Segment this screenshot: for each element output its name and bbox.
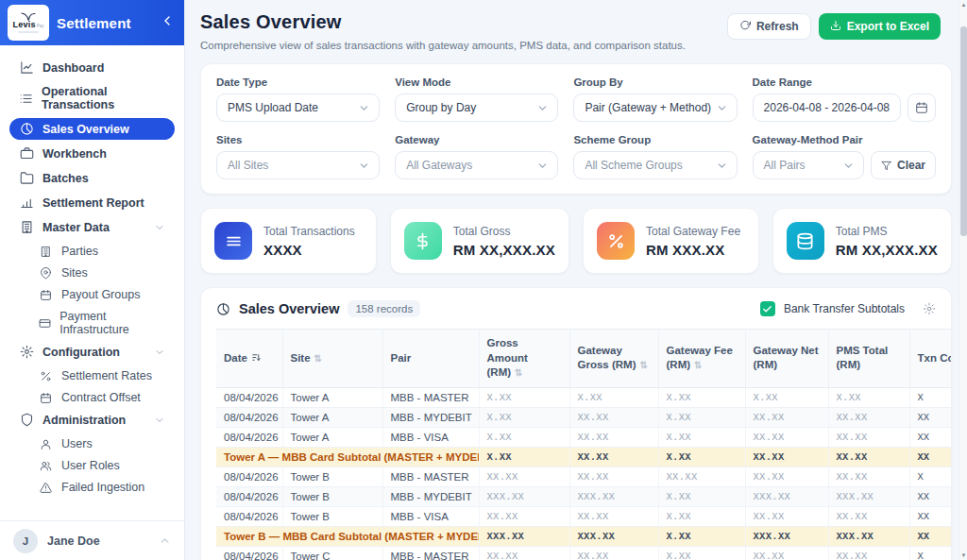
sites-select[interactable]: All Sites [216,151,380,179]
sidebar-item-dashboard[interactable]: Dashboard [9,57,175,78]
gateway-method-pair-select[interactable]: All Pairs [753,151,864,179]
sidebar-item-batches[interactable]: Batches [9,167,175,189]
summary-card-value: XXXX [263,242,355,258]
sidebar-item-payout-groups[interactable]: Payout Groups [9,284,175,305]
sidebar-item-settlement-report[interactable]: Settlement Report [9,192,175,213]
sidebar-item-sites[interactable]: Sites [9,263,175,283]
gateway-select[interactable]: All Gateways [395,151,558,179]
sidebar-item-failed-ingestion[interactable]: Failed Ingestion [9,477,175,498]
sidebar-item-label: Payout Groups [61,288,140,301]
table-cell: MBB - MYDEBIT [382,486,479,506]
sidebar-item-label: Batches [42,172,89,185]
sidebar-item-settlement-rates[interactable]: Settlement Rates [9,365,175,386]
sidebar-item-parties[interactable]: Parties [9,241,175,262]
table-cell: 08/04/2026 [216,407,282,427]
download-icon [830,20,841,34]
logo-tagline [18,31,39,33]
filter-label: Gateway [395,134,558,145]
date-range-input[interactable]: 2026-04-08 - 2026-04-08 [753,93,901,122]
summary-card-total-gateway-fee: Total Gateway FeeRM XXX.XX [583,208,759,274]
sidebar-item-label: Operational Transactions [42,85,165,111]
column-header-gross-amount-rm[interactable]: Gross Amount (RM)⇅ [479,330,569,388]
table-row: 08/04/2026Tower AMBB - MYDEBITX.XXXX.XXX… [216,407,952,427]
subtotal-label: Tower B — MBB Card Subtotal (MASTER + MY… [216,526,479,546]
sidebar-item-master-data[interactable]: Master Data [9,216,175,238]
page-title: Sales Overview [200,11,686,33]
sort-icon: ⇅ [314,353,322,364]
sidebar-item-label: Users [61,437,93,450]
bar-chart-icon [19,195,34,210]
filter-field-gateway-method-pair: Gateway-Method PairAll PairsClear [753,134,936,179]
chevron-down-icon [842,160,855,172]
scrollbar-thumb[interactable] [960,26,967,236]
table-cell: X.XX [658,427,745,447]
column-header-date[interactable]: Date [216,330,282,388]
subtotal-cell: XX.XX [569,447,658,467]
sidebar-collapse-button[interactable] [160,13,175,32]
chevron-up-icon [159,535,171,547]
table-cell: Tower B [282,486,382,506]
sidebar-item-payment-infrastructure[interactable]: Payment Infrastructure [9,306,175,340]
table-cell: X.XX [479,407,569,427]
filters-panel: Date TypePMS Upload DateView ModeGroup b… [200,63,952,195]
sidebar-item-users[interactable]: Users [9,433,175,454]
sidebar-item-configuration[interactable]: Configuration [9,341,175,363]
refresh-button[interactable]: Refresh [727,13,811,40]
sidebar-item-label: Parties [61,245,98,258]
gear-icon[interactable] [923,302,936,315]
chevron-down-icon [154,415,165,426]
table-cell: XX [909,407,952,427]
calendar-button[interactable] [908,93,936,122]
sidebar-item-administration[interactable]: Administration [9,409,175,431]
filter-field-view-mode: View ModeGroup by Day [395,76,558,122]
table-cell: X.XX [479,387,569,407]
export-to-excel-button[interactable]: Export to Excel [819,13,941,40]
subtotal-cell: XXX.XX [479,526,569,546]
column-header-gateway-net-rm: Gateway Net (RM) [745,330,828,388]
table-cell: XX.XX [569,427,658,447]
sidebar-item-workbench[interactable]: Workbench [9,143,175,164]
sidebar-item-label: Dashboard [42,61,104,75]
subtotal-cell: X.XX [479,447,569,467]
sidebar-user[interactable]: J Jane Doe [0,520,184,560]
table-cell: X.XX [658,546,745,560]
sidebar-item-operational-transactions[interactable]: Operational Transactions [9,81,175,115]
filter-label: Scheme Group [573,134,737,145]
scroll-down-arrow[interactable]: ▼ [959,551,967,560]
scheme-group-select[interactable]: All Scheme Groups [573,151,737,179]
summary-cards: Total TransactionsXXXXTotal GrossRM XX,X… [200,208,952,274]
users-icon [38,460,53,472]
column-header-gateway-gross-rm[interactable]: Gateway Gross (RM)⇅ [569,330,658,388]
sidebar-item-label: Failed Ingestion [61,481,144,494]
column-header-pair: Pair [382,330,479,388]
filter-field-sites: SitesAll Sites [216,134,380,179]
column-header-site[interactable]: Site⇅ [282,330,382,388]
clear-filters-button[interactable]: Clear [871,151,936,179]
bank-transfer-subtotals-checkbox[interactable] [760,301,775,316]
subtotal-cell: XX [909,526,952,546]
summary-card-total-gross: Total GrossRM XX,XXX.XX [390,208,569,274]
date-type-select[interactable]: PMS Upload Date [216,93,380,122]
chevron-down-icon [358,160,370,172]
filter-field-gateway: GatewayAll Gateways [395,134,558,179]
summary-card-label: Total PMS [836,225,938,238]
sidebar-item-contract-offset[interactable]: Contract Offset [9,387,175,408]
table-cell: XX.XX [745,407,828,427]
table-cell: MBB - VISA [382,427,479,447]
sidebar-header: LevisPay Settlement [0,0,184,45]
table-cell: XX.XX [745,427,828,447]
scroll-up-arrow[interactable]: ▲ [959,0,967,9]
sidebar-item-user-roles[interactable]: User Roles [9,455,175,476]
table-cell: Tower C [282,546,382,560]
table-title: Sales Overview [239,301,339,316]
view-mode-select[interactable]: Group by Day [395,93,558,122]
percent-icon [597,222,635,260]
table-cell: MBB - MASTER [382,546,479,560]
sidebar-item-sales-overview[interactable]: Sales Overview [9,118,175,140]
sort-icon: ⇅ [639,360,647,370]
subtotal-cell: X.XX [658,447,745,467]
table-cell: X.XX [658,506,745,526]
column-header-gateway-fee-rm[interactable]: Gateway Fee (RM)⇅ [658,330,745,388]
dollar-icon [404,222,442,260]
group-by-select[interactable]: Pair (Gateway + Method) [573,93,737,122]
